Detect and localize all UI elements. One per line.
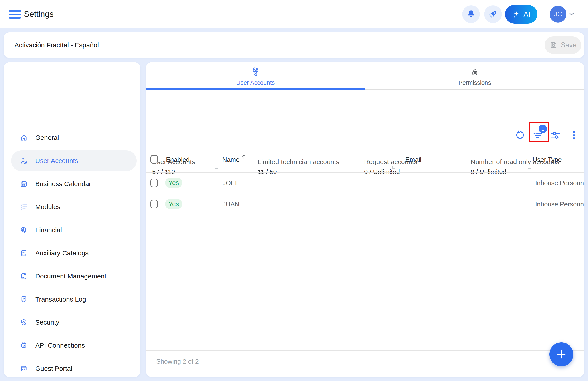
app-root: Settings	[0, 0, 588, 381]
stat-label: Limited technician accounts	[258, 158, 339, 166]
sidebar-item-label: Financial	[35, 226, 62, 234]
sidebar-item-label: API Connections	[35, 342, 85, 349]
tab-permissions[interactable]: Permissions	[365, 62, 584, 90]
sidebar-item-api-connections[interactable]: API Connections	[11, 335, 137, 356]
sidebar-item-label: Transactions Log	[35, 295, 86, 303]
sidebar-item-transactions-log[interactable]: Transactions Log	[11, 289, 137, 310]
portal-code-icon	[20, 365, 28, 373]
save-button-label: Save	[561, 41, 577, 49]
footer-divider	[146, 350, 584, 351]
dollar-coin-icon	[20, 226, 28, 234]
content-panel: User Accounts Permissions User Accounts …	[146, 62, 584, 377]
sidebar-item-label: Security	[35, 319, 59, 326]
shield-icon	[20, 318, 28, 326]
cell-name: JOEL	[223, 179, 239, 187]
cell-user-type: Inhouse Personnel	[535, 201, 584, 208]
stat-value: 0 / Unlimited	[364, 168, 400, 176]
filter-count-badge: 1	[539, 125, 547, 133]
row-checkbox[interactable]	[150, 179, 158, 187]
sidebar-item-user-accounts[interactable]: User Accounts	[11, 150, 137, 171]
tab-label: User Accounts	[146, 79, 365, 86]
avatar[interactable]: JC	[550, 6, 567, 23]
row-divider	[146, 215, 584, 215]
sidebar-item-guest-portal[interactable]: Guest Portal	[11, 358, 137, 379]
stat-value: 11 / 50	[258, 168, 277, 176]
top-bar: Settings	[0, 0, 588, 28]
enabled-badge: Yes	[165, 178, 182, 188]
ai-label: AI	[524, 10, 530, 19]
page-title: Settings	[24, 0, 54, 28]
document-icon	[20, 272, 28, 280]
sidebar-item-label: Document Management	[35, 272, 106, 280]
people-group-icon	[250, 67, 261, 78]
checklist-icon	[20, 203, 28, 211]
select-all-checkbox[interactable]	[150, 155, 158, 164]
lock-icon	[470, 67, 480, 78]
column-header-name[interactable]: Name	[222, 156, 239, 163]
row-checkbox[interactable]	[150, 200, 158, 208]
column-resize-handle[interactable]	[392, 166, 395, 169]
add-user-button[interactable]	[549, 342, 573, 366]
sidebar-item-business-calendar[interactable]: Business Calendar	[11, 173, 137, 194]
tab-label: Permissions	[365, 79, 584, 86]
sidebar-item-label: Auxiliary Catalogs	[35, 249, 88, 257]
calendar-icon	[20, 180, 28, 188]
sidebar-item-label: General	[35, 134, 59, 141]
avatar-initials: JC	[554, 10, 562, 18]
column-header-email[interactable]: Email	[405, 156, 421, 163]
topbar-divider	[545, 7, 546, 22]
bell-icon	[466, 9, 476, 19]
sidebar-item-modules[interactable]: Modules	[11, 197, 137, 217]
save-icon	[549, 41, 558, 49]
notifications-button[interactable]	[462, 5, 480, 23]
sidebar-item-general[interactable]: General	[11, 127, 137, 148]
sidebar-item-security[interactable]: Security	[11, 312, 137, 333]
rocket-icon	[488, 9, 498, 20]
column-header-enabled[interactable]: Enabled	[166, 156, 189, 163]
chip-gear-icon	[20, 341, 28, 349]
toolbar-divider	[146, 123, 584, 123]
column-header-user-type[interactable]: User Type	[532, 156, 562, 163]
plus-icon	[556, 349, 567, 360]
catalog-book-icon	[20, 249, 28, 257]
stat-value: 57 / 110	[152, 168, 175, 176]
column-resize-handle[interactable]	[528, 166, 530, 169]
person-badge-icon	[20, 295, 28, 303]
cell-name: JUAN	[223, 201, 239, 208]
sidebar-item-document-management[interactable]: Document Management	[11, 266, 137, 287]
ai-assistant-button[interactable]: AI	[505, 5, 537, 23]
sidebar-item-financial[interactable]: Financial	[11, 220, 137, 241]
subheader-bar: Activación Fracttal - Español Save	[4, 32, 584, 58]
sort-ascending-icon[interactable]	[241, 154, 247, 160]
sidebar-item-auxiliary-catalogs[interactable]: Auxiliary Catalogs	[11, 243, 137, 264]
results-count: Showing 2 of 2	[156, 358, 199, 365]
sidebar-item-label: Business Calendar	[35, 180, 91, 188]
stat-value: 0 / Unlimited	[471, 168, 506, 176]
record-title: Activación Fracttal - Español	[14, 32, 99, 58]
save-button[interactable]: Save	[545, 36, 581, 54]
column-resize-handle[interactable]	[215, 166, 218, 169]
hamburger-menu-icon[interactable]	[9, 10, 21, 18]
active-tab-indicator	[146, 88, 365, 90]
row-divider	[146, 194, 584, 194]
sidebar-item-label: Guest Portal	[35, 365, 72, 372]
more-options-icon[interactable]	[569, 130, 579, 140]
person-add-icon	[20, 157, 28, 165]
tab-user-accounts[interactable]: User Accounts	[146, 62, 365, 90]
cell-user-type: Inhouse Personnel	[535, 179, 584, 187]
header-divider	[146, 172, 584, 173]
whats-new-button[interactable]	[484, 5, 502, 23]
settings-sidebar: General User Accounts	[4, 62, 140, 377]
column-settings-icon[interactable]	[550, 130, 561, 141]
home-icon	[20, 134, 28, 142]
sparkles-icon	[512, 10, 521, 19]
annotation-highlight-box	[529, 122, 549, 142]
chevron-down-icon[interactable]	[568, 12, 575, 17]
sidebar-item-label: Modules	[35, 203, 60, 211]
sidebar-item-label: User Accounts	[35, 157, 78, 164]
enabled-badge: Yes	[165, 199, 182, 209]
refresh-icon[interactable]	[514, 130, 525, 141]
